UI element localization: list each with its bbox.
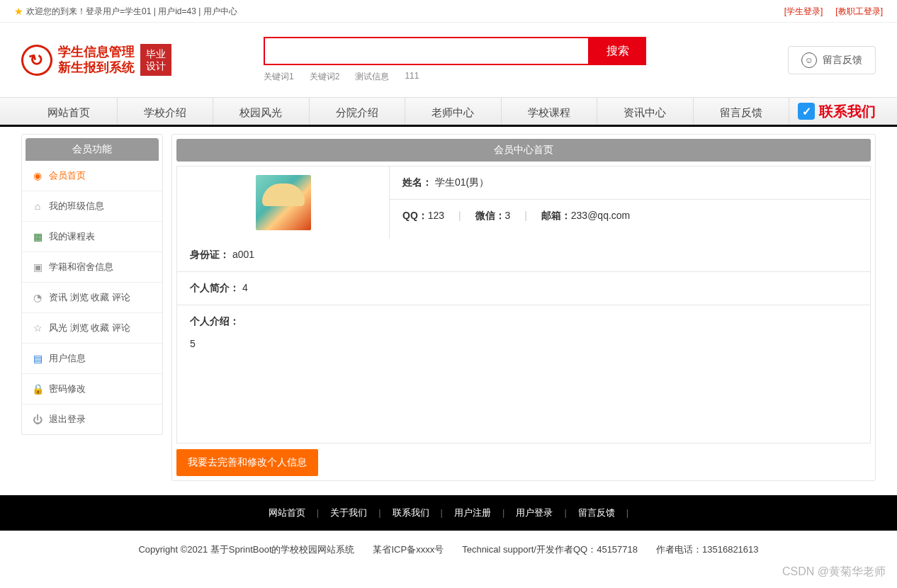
name-value: 学生01(男） bbox=[435, 176, 489, 188]
footer-link[interactable]: 联系我们 bbox=[393, 507, 429, 518]
sidebar-item[interactable]: ▣学籍和宿舍信息 bbox=[22, 252, 162, 283]
sidebar-item[interactable]: ◔资讯 浏览 收藏 评论 bbox=[22, 283, 162, 313]
footer-link[interactable]: 用户注册 bbox=[454, 507, 491, 518]
summary-row: 个人简介： 4 bbox=[177, 272, 870, 305]
separator: | bbox=[626, 507, 628, 518]
nav-item[interactable]: 学校介绍 bbox=[118, 98, 214, 125]
password-icon: 🔒 bbox=[32, 383, 43, 395]
feedback-label: 留言反馈 bbox=[823, 54, 862, 67]
sidebar-item[interactable]: ⌂我的班级信息 bbox=[22, 191, 162, 222]
header: ↻ 学生信息管理 新生报到系统 毕业 设计 搜索 关键词1关键词2测试信息111… bbox=[0, 23, 897, 97]
nav-item[interactable]: 网站首页 bbox=[21, 98, 118, 125]
contact-label: 联系我们 bbox=[819, 102, 876, 121]
welcome-text: ★ 欢迎您的到来！登录用户=学生01 | 用户id=43 | 用户中心 bbox=[14, 0, 237, 22]
nav-item[interactable]: 学校课程 bbox=[502, 98, 598, 125]
name-row: 姓名： 学生01(男） bbox=[390, 166, 870, 200]
sidebar-item[interactable]: ▦我的课程表 bbox=[22, 222, 162, 252]
sidebar-item-label: 退出登录 bbox=[49, 413, 86, 426]
avatar-image bbox=[256, 175, 311, 230]
separator: | bbox=[458, 210, 461, 221]
info-cell: 姓名： 学生01(男） QQ：123 | 微信：3 | 邮箱：233@qq.co… bbox=[390, 166, 870, 239]
logo-icon: ↻ bbox=[18, 41, 56, 79]
sidebar-item[interactable]: ☆风光 浏览 收藏 评论 bbox=[22, 313, 162, 344]
sidebar-item[interactable]: ▤用户信息 bbox=[22, 344, 162, 374]
search-input[interactable] bbox=[264, 37, 589, 65]
keyword-link[interactable]: 关键词2 bbox=[310, 71, 340, 83]
logo-badge: 毕业 设计 bbox=[140, 44, 171, 77]
qq-value: 123 bbox=[428, 210, 444, 221]
top-links: [学生登录] [教职工登录] bbox=[784, 0, 883, 22]
search-block: 搜索 关键词1关键词2测试信息111 bbox=[264, 37, 646, 83]
sidebar-item-label: 学籍和宿舍信息 bbox=[49, 261, 113, 273]
logo-text: 学生信息管理 新生报到系统 bbox=[58, 45, 135, 75]
star-icon: ★ bbox=[14, 0, 23, 23]
footer-link[interactable]: 关于我们 bbox=[330, 507, 367, 518]
sidebar-item[interactable]: ⏻退出登录 bbox=[22, 405, 162, 434]
idcard-label: 身份证： bbox=[190, 249, 230, 260]
sidebar-item-label: 我的课程表 bbox=[49, 230, 95, 243]
content-panel: 会员中心首页 姓名： 学生01(男） QQ：123 | 微信：3 | bbox=[171, 134, 876, 481]
user-icon: ▤ bbox=[32, 353, 43, 364]
email-value: 233@qq.com bbox=[571, 210, 630, 221]
sidebar-list: ◉会员首页⌂我的班级信息▦我的课程表▣学籍和宿舍信息◔资讯 浏览 收藏 评论☆风… bbox=[22, 161, 162, 434]
headset-icon: ☺ bbox=[801, 52, 817, 68]
sidebar: 会员功能 ◉会员首页⌂我的班级信息▦我的课程表▣学籍和宿舍信息◔资讯 浏览 收藏… bbox=[21, 134, 163, 435]
sidebar-item-label: 我的班级信息 bbox=[49, 200, 104, 213]
profile-table: 姓名： 学生01(男） QQ：123 | 微信：3 | 邮箱：233@qq.co… bbox=[176, 166, 871, 443]
contact-row: QQ：123 | 微信：3 | 邮箱：233@qq.com bbox=[390, 200, 870, 232]
sidebar-item[interactable]: ◉会员首页 bbox=[22, 161, 162, 191]
email-label: 邮箱： bbox=[541, 210, 571, 221]
scenery-icon: ☆ bbox=[32, 322, 43, 334]
logo-block[interactable]: ↻ 学生信息管理 新生报到系统 毕业 设计 bbox=[21, 44, 171, 77]
keyword-link[interactable]: 测试信息 bbox=[355, 71, 389, 83]
class-icon: ⌂ bbox=[32, 200, 43, 212]
sidebar-item-label: 资讯 浏览 收藏 评论 bbox=[49, 291, 130, 304]
news-icon: ◔ bbox=[32, 292, 43, 303]
search-button[interactable]: 搜索 bbox=[589, 37, 646, 65]
separator: | bbox=[441, 507, 443, 518]
nav-item[interactable]: 老师中心 bbox=[405, 98, 502, 125]
footer-link[interactable]: 留言反馈 bbox=[578, 507, 615, 518]
summary-value: 4 bbox=[242, 282, 248, 293]
wechat-value: 3 bbox=[505, 210, 511, 221]
sidebar-item-label: 风光 浏览 收藏 评论 bbox=[49, 322, 130, 334]
student-login-link[interactable]: [学生登录] bbox=[784, 0, 823, 22]
separator: | bbox=[317, 507, 319, 518]
logout-icon: ⏻ bbox=[32, 414, 43, 425]
dorm-icon: ▣ bbox=[32, 261, 43, 273]
badge-line2: 设计 bbox=[146, 60, 166, 72]
sidebar-item-label: 会员首页 bbox=[49, 169, 86, 182]
main-nav: 网站首页学校介绍校园风光分院介绍老师中心学校课程资讯中心留言反馈✓联系我们 bbox=[0, 97, 897, 127]
footer-copyright: Copyright ©2021 基于SprintBoot的学校校园网站系统 某省… bbox=[0, 531, 897, 569]
intro-row: 个人介绍： 5 bbox=[177, 305, 870, 433]
nav-item[interactable]: 留言反馈 bbox=[694, 98, 790, 125]
check-icon: ✓ bbox=[798, 103, 815, 120]
idcard-value: a001 bbox=[232, 249, 254, 260]
name-label: 姓名： bbox=[402, 176, 432, 188]
separator: | bbox=[524, 210, 527, 221]
footer-link[interactable]: 用户登录 bbox=[516, 507, 553, 518]
main-area: 会员功能 ◉会员首页⌂我的班级信息▦我的课程表▣学籍和宿舍信息◔资讯 浏览 收藏… bbox=[0, 127, 897, 495]
footer-link[interactable]: 网站首页 bbox=[269, 507, 305, 518]
home-icon: ◉ bbox=[32, 170, 43, 181]
badge-line1: 毕业 bbox=[146, 48, 166, 60]
sidebar-item-label: 密码修改 bbox=[49, 383, 86, 395]
keyword-link[interactable]: 关键词1 bbox=[264, 71, 294, 83]
footer-nav: 网站首页|关于我们|联系我们|用户注册|用户登录|留言反馈| bbox=[0, 495, 897, 531]
keyword-link[interactable]: 111 bbox=[405, 71, 419, 83]
separator: | bbox=[564, 507, 566, 518]
edit-profile-button[interactable]: 我要去完善和修改个人信息 bbox=[176, 449, 318, 476]
intro-value: 5 bbox=[190, 338, 857, 349]
nav-item[interactable]: 校园风光 bbox=[213, 98, 310, 125]
nav-contact[interactable]: ✓联系我们 bbox=[789, 102, 876, 121]
top-bar: ★ 欢迎您的到来！登录用户=学生01 | 用户id=43 | 用户中心 [学生登… bbox=[0, 0, 897, 23]
content-title: 会员中心首页 bbox=[176, 139, 871, 162]
nav-item[interactable]: 分院介绍 bbox=[310, 98, 406, 125]
sidebar-item[interactable]: 🔒密码修改 bbox=[22, 374, 162, 405]
staff-login-link[interactable]: [教职工登录] bbox=[835, 0, 883, 22]
sidebar-item-label: 用户信息 bbox=[49, 352, 86, 365]
nav-item[interactable]: 资讯中心 bbox=[597, 98, 694, 125]
feedback-button[interactable]: ☺ 留言反馈 bbox=[788, 46, 876, 74]
intro-label: 个人介绍： bbox=[190, 315, 239, 327]
welcome-message[interactable]: 欢迎您的到来！登录用户=学生01 | 用户id=43 | 用户中心 bbox=[26, 0, 237, 23]
